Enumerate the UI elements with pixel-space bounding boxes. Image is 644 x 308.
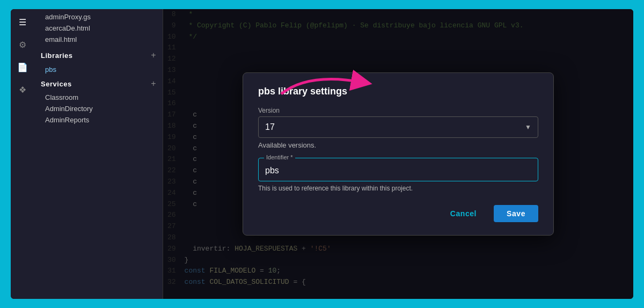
identifier-description: This is used to reference this library w… xyxy=(258,185,538,192)
version-value: 17 xyxy=(265,122,275,131)
app-window: ☰ ⚙ 📄 ❖ adminProxy.gs acercaDe.html emai… xyxy=(11,9,633,299)
modal-overlay: pbs library settings Version 17 ▼ Availa… xyxy=(163,9,633,299)
file-item[interactable]: email.html xyxy=(34,34,163,45)
service-item-classroom[interactable]: Classroom xyxy=(34,92,163,103)
file-item[interactable]: acercaDe.html xyxy=(34,23,163,34)
code-area: 89101112 1314151617 1819202122 232425262… xyxy=(163,9,633,299)
identifier-group: Identifier * This is used to reference t… xyxy=(258,158,538,192)
cancel-button[interactable]: Cancel xyxy=(440,205,487,222)
version-group: Version 17 ▼ Available versions. xyxy=(258,107,538,149)
libraries-section-header[interactable]: Libraries + xyxy=(34,47,163,63)
icon-bar: ☰ ⚙ 📄 ❖ xyxy=(11,9,34,299)
libraries-add-button[interactable]: + xyxy=(151,50,156,60)
puzzle-icon[interactable]: ❖ xyxy=(14,81,31,98)
services-section-header[interactable]: Services + xyxy=(34,76,163,92)
available-versions-text: Available versions. xyxy=(258,141,538,149)
identifier-input[interactable] xyxy=(265,166,531,175)
service-item-adminreports[interactable]: AdminReports xyxy=(34,114,163,126)
services-add-button[interactable]: + xyxy=(151,79,156,89)
modal-actions: Cancel Save xyxy=(258,205,538,222)
identifier-input-wrapper: Identifier * xyxy=(258,158,538,181)
library-item-pbs[interactable]: pbs xyxy=(34,63,163,76)
identifier-label: Identifier * xyxy=(264,154,295,160)
library-settings-modal: pbs library settings Version 17 ▼ Availa… xyxy=(243,72,554,236)
menu-icon[interactable]: ☰ xyxy=(14,13,31,31)
service-item-admindirectory[interactable]: AdminDirectory xyxy=(34,103,163,114)
file-item[interactable]: adminProxy.gs xyxy=(34,11,163,23)
file-panel: adminProxy.gs acercaDe.html email.html L… xyxy=(34,9,163,299)
version-select[interactable]: 17 ▼ xyxy=(258,116,538,138)
modal-title: pbs library settings xyxy=(258,86,538,97)
services-label: Services xyxy=(41,80,72,88)
libraries-label: Libraries xyxy=(41,52,73,60)
version-label: Version xyxy=(258,107,538,114)
file-list: adminProxy.gs acercaDe.html email.html xyxy=(34,9,163,47)
save-button[interactable]: Save xyxy=(494,205,538,222)
chevron-down-icon: ▼ xyxy=(525,123,531,131)
settings-icon[interactable]: ⚙ xyxy=(14,36,31,53)
file-icon[interactable]: 📄 xyxy=(14,58,31,76)
